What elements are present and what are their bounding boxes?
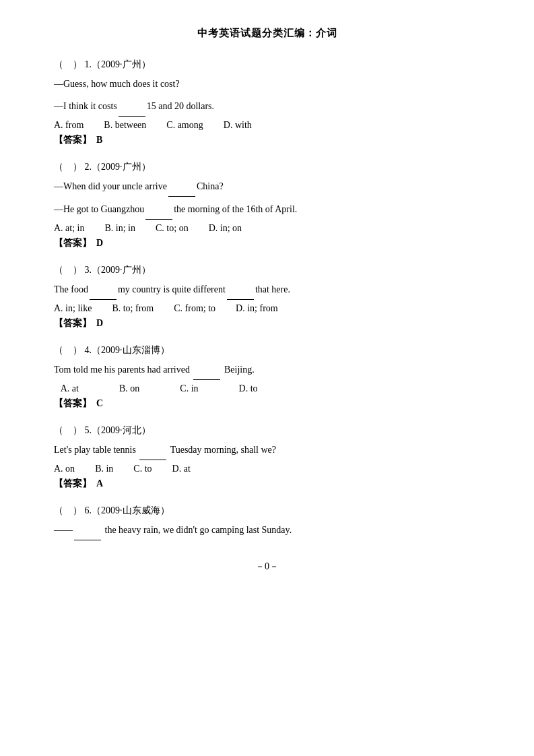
q3-options: A. in; like B. to; from C. from; to D. i… <box>54 303 480 314</box>
q2-optB: B. in; in <box>105 223 136 234</box>
q2-number: 2.（2009·广州） <box>85 162 151 172</box>
q5-blank <box>139 441 166 460</box>
q1-optC: C. among <box>166 120 203 131</box>
q4-header: （ ） 4.（2009·山东淄博） <box>54 344 480 356</box>
question-2: （ ） 2.（2009·广州） —When did your uncle arr… <box>54 161 480 249</box>
q4-blank <box>193 360 220 380</box>
question-6: （ ） 6.（2009·山东威海） —— the heavy rain, we … <box>54 505 480 540</box>
q2-optC: C. to; on <box>156 223 189 234</box>
q5-optD: D. at <box>172 464 191 474</box>
q1-header: （ ） 1.（2009·广州） <box>54 59 480 71</box>
q2-answer: 【答案】 D <box>54 237 480 249</box>
q3-answer: 【答案】 D <box>54 317 480 329</box>
q1-line1: —Guess, how much does it cost? <box>54 75 480 94</box>
q6-line1: —— the heavy rain, we didn't go camping … <box>54 521 480 540</box>
q3-optA: A. in; like <box>54 303 92 314</box>
q4-optB: B. on <box>119 383 139 394</box>
q3-optC: C. from; to <box>174 303 215 314</box>
q5-line1: Let's play table tennis Tuesday morning,… <box>54 441 480 460</box>
q2-header: （ ） 2.（2009·广州） <box>54 161 480 173</box>
question-5: （ ） 5.（2009·河北） Let's play table tennis … <box>54 424 480 490</box>
q4-line1: Tom told me his parents had arrived Beij… <box>54 360 480 380</box>
q6-blank <box>74 521 101 540</box>
q3-bracket: （ ） <box>54 265 82 275</box>
page-number: －0－ <box>54 561 480 573</box>
q1-optA: A. from <box>54 120 84 131</box>
question-4: （ ） 4.（2009·山东淄博） Tom told me his parent… <box>54 344 480 410</box>
q3-line1: The food my country is quite different t… <box>54 280 480 300</box>
q6-header: （ ） 6.（2009·山东威海） <box>54 505 480 517</box>
q4-optC: C. in <box>180 383 198 394</box>
question-3: （ ） 3.（2009·广州） The food my country is q… <box>54 264 480 329</box>
q3-blank1 <box>90 280 116 300</box>
q2-line1: —When did your uncle arrive China? <box>54 177 480 197</box>
q5-optB: B. in <box>95 464 113 474</box>
q4-number: 4.（2009·山东淄博） <box>85 345 170 355</box>
q5-optA: A. on <box>54 464 75 474</box>
q4-answer: 【答案】 C <box>54 398 480 410</box>
q1-number: 1.（2009·广州） <box>85 59 151 69</box>
q2-optA: A. at; in <box>54 223 85 234</box>
q2-optD: D. in; on <box>209 223 242 234</box>
q5-header: （ ） 5.（2009·河北） <box>54 424 480 437</box>
q1-bracket: （ ） <box>54 59 82 69</box>
q3-optD: D. in; from <box>236 303 278 314</box>
q6-number: 6.（2009·山东威海） <box>85 505 170 515</box>
q1-blank <box>119 97 145 117</box>
q4-bracket: （ ） <box>54 345 82 355</box>
q2-blank1 <box>168 177 195 197</box>
page-title: 中考英语试题分类汇编：介词 <box>54 27 480 40</box>
q3-header: （ ） 3.（2009·广州） <box>54 264 480 276</box>
q4-optA: A. at <box>54 383 79 394</box>
q3-blank2 <box>227 280 254 300</box>
q2-bracket: （ ） <box>54 162 82 172</box>
q5-options: A. on B. in C. to D. at <box>54 464 480 474</box>
q1-optD: D. with <box>224 120 252 131</box>
q4-optD: D. to <box>239 383 258 394</box>
q2-line2: —He got to Guangzhou the morning of the … <box>54 200 480 220</box>
q2-blank2 <box>145 200 172 220</box>
q1-optB: B. between <box>104 120 146 131</box>
q6-bracket: （ ） <box>54 505 82 515</box>
q1-options: A. from B. between C. among D. with <box>54 120 480 131</box>
q2-options: A. at; in B. in; in C. to; on D. in; on <box>54 223 480 234</box>
q1-line2: —I think it costs 15 and 20 dollars. <box>54 97 480 117</box>
q5-answer: 【答案】 A <box>54 478 480 490</box>
q5-number: 5.（2009·河北） <box>85 425 151 435</box>
question-1: （ ） 1.（2009·广州） —Guess, how much does it… <box>54 59 480 146</box>
q5-optC: C. to <box>133 464 152 474</box>
q4-options: A. at B. on C. in D. to <box>54 383 480 394</box>
q1-answer: 【答案】 B <box>54 134 480 146</box>
q5-bracket: （ ） <box>54 425 82 435</box>
q3-number: 3.（2009·广州） <box>85 265 151 275</box>
q3-optB: B. to; from <box>112 303 154 314</box>
